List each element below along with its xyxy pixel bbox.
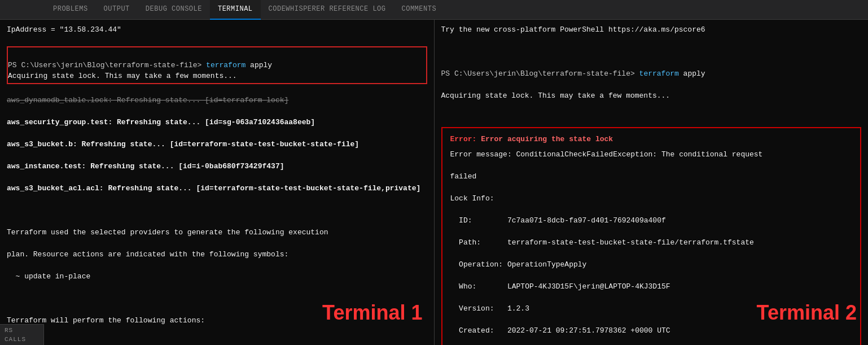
tab-bar: PROBLEMS OUTPUT DEBUG CONSOLE TERMINAL C… <box>0 0 868 20</box>
sidebar-labels: RS CALLS <box>0 324 44 345</box>
error-title: Error: Error acquiring the state lock <box>450 134 853 145</box>
tab-terminal[interactable]: TERMINAL <box>210 0 261 20</box>
error-details: Error message: ConditionalCheckFailedExc… <box>450 149 853 345</box>
terminal-2-content: Try the new cross-platform PowerShell ht… <box>441 24 862 124</box>
terminal-1-content: IpAddress = "13.58.234.44" PS C:\Users\j… <box>7 24 427 345</box>
tab-codewhisperer[interactable]: CODEWHISPERER REFERENCE LOG <box>261 0 394 20</box>
terminal-2-panel[interactable]: Try the new cross-platform PowerShell ht… <box>434 20 869 345</box>
tab-output[interactable]: OUTPUT <box>96 0 138 20</box>
sidebar-calls-label: CALLS <box>5 336 39 343</box>
terminal-1-panel[interactable]: IpAddress = "13.58.234.44" PS C:\Users\j… <box>0 20 434 345</box>
terminals-container: IpAddress = "13.58.234.44" PS C:\Users\j… <box>0 20 868 345</box>
tab-debug-console[interactable]: DEBUG CONSOLE <box>138 0 210 20</box>
sidebar-rs-label: RS <box>5 327 39 334</box>
error-block: Error: Error acquiring the state lock Er… <box>441 127 862 346</box>
tab-comments[interactable]: COMMENTS <box>394 0 445 20</box>
tab-problems[interactable]: PROBLEMS <box>45 0 96 20</box>
main-content: IpAddress = "13.58.234.44" PS C:\Users\j… <box>0 20 868 345</box>
